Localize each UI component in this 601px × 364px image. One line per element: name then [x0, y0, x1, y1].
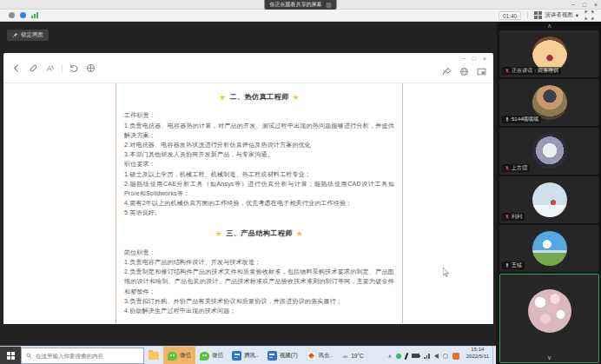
participant-tile[interactable]: 5144哦哦哦 — [499, 79, 599, 126]
avatar-astronaut — [532, 134, 567, 169]
battery-icon[interactable] — [412, 354, 419, 358]
doc-close-icon[interactable]: × — [483, 56, 486, 62]
participant-tile[interactable]: 上古擂 — [499, 128, 599, 175]
doc-line: 2.能熟练使用CAE分析工具（如Ansys等）进行仿真分析与计算；能熟练使用CA… — [124, 179, 394, 198]
minimize-icon[interactable]: − — [571, 0, 575, 10]
section-title-thermal: ★二、热仿真工程师★ — [124, 91, 394, 103]
taskbar-clock[interactable]: 15:14 2022/5/11 — [463, 347, 492, 364]
document-window: − □ × A — [3, 53, 493, 324]
show-desktop-button[interactable] — [492, 347, 496, 364]
tencent-docs-icon — [267, 351, 277, 361]
document-page[interactable]: ★二、热仿真工程师★ 工作职责： 1.负责电抗器、电容器热的计算，对产品的开发、… — [116, 83, 403, 323]
restore-icon[interactable]: □ — [583, 0, 586, 10]
search-input[interactable] — [36, 353, 131, 359]
network-icon[interactable] — [424, 354, 430, 359]
participant-name-tag: 利利 — [502, 213, 525, 221]
screen-share-notification: 你正在观看共享的屏幕 — [265, 0, 337, 10]
share-icon[interactable] — [442, 67, 452, 76]
participant-tile[interactable]: 王猛 — [499, 225, 599, 272]
pip-window-icon[interactable] — [477, 67, 486, 76]
wechat-icon — [200, 352, 209, 361]
record-status-icon[interactable] — [9, 12, 15, 18]
taskbar-weather[interactable]: ☁ 19°C — [337, 347, 368, 364]
mic-muted-icon — [505, 214, 510, 220]
scroll-more-icon[interactable]: ∨ — [547, 354, 551, 361]
divider — [527, 11, 528, 19]
star-icon: ★ — [219, 93, 227, 102]
mouse-cursor — [443, 268, 450, 277]
taskbar-search[interactable] — [21, 347, 144, 364]
settings-icon[interactable] — [443, 354, 448, 359]
doc-restore-icon[interactable]: □ — [472, 56, 476, 62]
doc-line: 2.对电抗器、电容器发热状况进行分析仿真评估及热设计方案的优化 — [124, 140, 394, 149]
doc-line: 3.负责拟订外购、外协产品有关技术协议和质量协议，并跟进协议的落实履行； — [124, 296, 394, 306]
avatar-photo-cap — [532, 85, 567, 120]
section-title-structure: ★三、产品结构工程师★ — [124, 228, 394, 240]
participant-name: 5144哦哦哦 — [512, 116, 538, 122]
globe-icon[interactable] — [459, 67, 469, 76]
doc-line: 1.负责电容产品的结构件设计、开发与技术改造； — [124, 257, 394, 267]
star-icon: ★ — [293, 93, 300, 102]
refresh-icon[interactable] — [69, 63, 79, 73]
pin-view-button[interactable]: 锁定画面 — [7, 30, 49, 41]
mic-icon — [505, 262, 510, 268]
text-style-icon[interactable]: A — [45, 63, 55, 73]
taskbar-app-wechat[interactable]: 微信 — [195, 347, 228, 364]
tray-meeting-icon[interactable] — [452, 353, 459, 360]
app-label: 讯会.. — [319, 352, 334, 360]
taskbar-app-wechat-active[interactable]: 微信 — [163, 347, 195, 364]
layout-grid-icon — [534, 11, 542, 19]
participant-name: 利利 — [512, 214, 522, 220]
system-tray: ∧ — [385, 347, 463, 364]
avatar-field-sky — [532, 231, 567, 266]
pin-label: 锁定画面 — [21, 31, 43, 39]
participant-tile-selected[interactable]: ∨ — [499, 274, 599, 363]
app-label: 腾讯.. — [244, 352, 259, 360]
windows-logo-icon — [7, 352, 15, 360]
participant-tile[interactable]: 正在讲话：商务培训 — [499, 30, 599, 77]
close-icon[interactable]: × — [594, 0, 598, 10]
participant-name: 正在讲话：商务培训 — [512, 68, 558, 74]
windows-taskbar: 微信 微信 腾讯.. 视频(7) 讯会.. ☁ 19°C — [0, 346, 496, 364]
block-heading: 工作职责： — [124, 110, 394, 120]
meeting-logo-icon — [327, 3, 332, 8]
participant-tile[interactable]: 利利 — [499, 176, 599, 223]
participant-name-tag: 上古擂 — [502, 164, 530, 172]
sidebar-collapse-icon[interactable]: ∧ — [498, 22, 601, 30]
doc-line: 1.硕士及以上学历，机械工程、机械制造、热工程或材料工程专业； — [124, 169, 394, 179]
browser-icon[interactable] — [86, 63, 96, 73]
mic-muted-icon — [505, 68, 510, 74]
meeting-info-icon[interactable] — [20, 12, 26, 18]
start-button[interactable] — [0, 347, 21, 364]
doc-minimize-icon[interactable]: − — [462, 56, 466, 62]
cloud-icon: ☁ — [341, 352, 348, 360]
tray-green-icon[interactable] — [396, 354, 401, 359]
tencent-meeting-icon — [307, 351, 316, 361]
view-mode-selector[interactable]: 演讲者视图 ▾ — [534, 11, 578, 19]
meeting-duration: 01:40 — [499, 11, 521, 20]
avatar-snow-scene — [532, 182, 567, 217]
fullscreen-icon[interactable] — [584, 10, 594, 20]
taskbar-app-meeting[interactable]: 讯会.. — [302, 347, 338, 364]
doc-line: 1.负责电抗器、电容器热的计算，对产品的开发、测试过程中出现的热问题能够进行分析… — [124, 121, 394, 140]
mic-muted-icon — [505, 165, 510, 171]
doc-line: 3.本部门其他研发人员协同开发新产品，与专家沟通。 — [124, 149, 394, 159]
search-icon — [26, 353, 32, 359]
back-icon[interactable] — [12, 63, 22, 73]
doc-line: 5.英语良好。 — [124, 208, 394, 217]
tray-expand-icon[interactable]: ∧ — [388, 353, 392, 359]
taskbar-app-tencent-docs[interactable]: 腾讯.. — [228, 347, 263, 364]
block-heading: 岗位职责： — [124, 248, 394, 257]
tray-pen-icon[interactable] — [405, 352, 409, 359]
doc-line: 2.负责制定和修订结构件产品的技术文件和质量验收标准，包括物料采购技术要求的制定… — [124, 267, 394, 296]
participant-name: 王猛 — [512, 262, 522, 268]
shared-screen: 锁定画面 − □ × A — [0, 22, 496, 364]
notification-text: 你正在观看共享的屏幕 — [270, 0, 322, 10]
link-icon[interactable] — [29, 63, 38, 73]
taskbar-app-explorer[interactable] — [144, 347, 163, 364]
tencent-docs-icon — [232, 351, 241, 361]
folder-icon — [149, 352, 159, 360]
participant-name: 上古擂 — [512, 165, 527, 171]
volume-muted-icon[interactable] — [434, 354, 439, 359]
taskbar-app-docs-window[interactable]: 视频(7) — [263, 347, 302, 364]
